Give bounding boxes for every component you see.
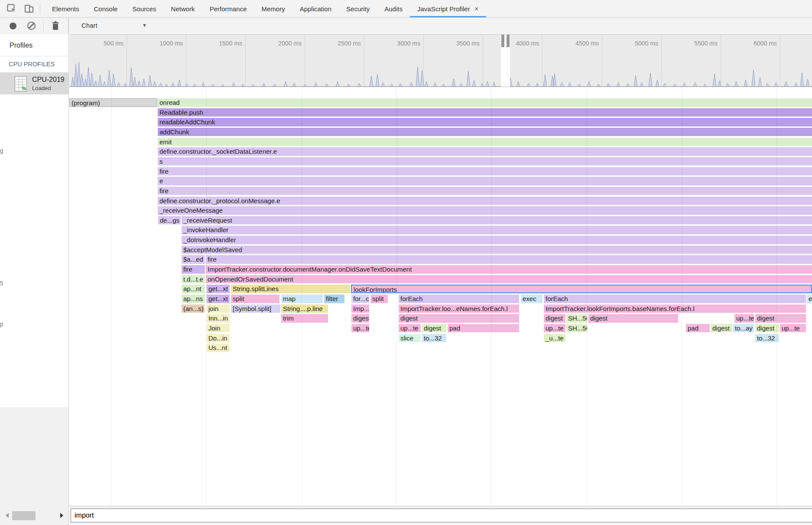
flame-bar[interactable]: up...te — [780, 324, 806, 333]
flame-bar[interactable]: ap...nt — [182, 285, 205, 293]
flame-bar[interactable]: addChunk — [158, 128, 812, 136]
flame-bar[interactable]: slice — [399, 334, 421, 343]
flame-bar[interactable]: pad — [686, 324, 710, 333]
scroll-left-arrow-icon[interactable] — [6, 513, 9, 518]
flame-bar[interactable]: Imp....l — [351, 305, 369, 313]
flame-bar[interactable]: split — [231, 295, 279, 303]
clear-all-icon[interactable] — [27, 22, 36, 30]
overview-selection-window[interactable] — [501, 35, 510, 87]
flame-bar[interactable]: fire — [158, 187, 812, 195]
flame-bar[interactable]: [Symbol.split] — [231, 305, 280, 313]
flame-bar[interactable]: SH...56 — [566, 314, 587, 323]
device-toolbar-icon[interactable] — [23, 3, 35, 14]
tab-network[interactable]: Network — [164, 0, 202, 17]
scroll-right-arrow-icon[interactable] — [60, 513, 63, 518]
flame-bar[interactable]: (an...s) — [182, 305, 205, 313]
selection-right-handle[interactable] — [507, 35, 510, 47]
flame-bar[interactable]: s — [158, 157, 812, 166]
filter-input[interactable] — [71, 509, 812, 522]
selection-left-handle[interactable] — [501, 35, 504, 47]
flame-bar[interactable]: digest — [399, 314, 519, 323]
flame-bar[interactable]: _receiveRequest — [182, 216, 812, 225]
flame-bar[interactable]: to...ay — [733, 324, 754, 333]
tab-application[interactable]: Application — [292, 0, 339, 17]
flame-bar[interactable]: ImportTracker.constructor.documentManage… — [206, 265, 812, 274]
flame-bar[interactable]: SH...56 — [566, 324, 587, 333]
tab-javascript-profiler[interactable]: JavaScript Profiler× — [410, 0, 486, 17]
flame-bar[interactable]: de...gs — [158, 216, 181, 225]
flame-bar[interactable]: digest — [351, 314, 369, 323]
view-mode-dropdown[interactable]: Chart ▼ — [74, 18, 173, 34]
flame-bar[interactable]: get...xt — [207, 295, 230, 303]
flame-bar[interactable]: define.constructor._socketDataListener.e — [158, 147, 812, 156]
flame-bar[interactable]: Readable.push — [158, 108, 812, 117]
flame-bar[interactable]: join — [207, 305, 230, 313]
flame-bar[interactable]: define.constructor._protocol.onMessage.e — [158, 197, 812, 205]
record-button[interactable] — [10, 23, 16, 29]
flame-bar[interactable]: ImportTracker.loo...eNames.forEach.l — [399, 305, 519, 313]
flame-bar[interactable]: up...te — [399, 324, 421, 333]
profile-item-cpu-2019[interactable]: % CPU-2019 Loaded — [0, 72, 68, 94]
flame-bar[interactable]: fire — [182, 265, 205, 274]
trash-icon[interactable] — [52, 21, 59, 31]
flame-bar[interactable]: digest — [544, 314, 565, 323]
flame-bar[interactable]: _invokeHandler — [182, 226, 812, 234]
tab-sources[interactable]: Sources — [125, 0, 164, 17]
flame-bar[interactable]: split — [370, 295, 388, 303]
flame-bar[interactable]: digest — [755, 324, 779, 333]
tab-elements[interactable]: Elements — [45, 0, 87, 17]
flame-bar[interactable]: _receiveOneMessage — [158, 206, 812, 215]
flame-bar[interactable]: pad — [448, 324, 519, 333]
flame-bar[interactable]: _doInvokeHandler — [182, 236, 812, 244]
flame-bar[interactable]: readableAddChunk — [158, 118, 812, 126]
flame-bar[interactable]: up...te — [734, 314, 754, 323]
flame-bar[interactable]: ImportTracker.lookForImports.baseNames.f… — [544, 305, 806, 313]
tab-console[interactable]: Console — [87, 0, 125, 17]
flame-bar[interactable]: _u...te — [544, 334, 565, 343]
flame-bar[interactable]: lookForImports — [351, 285, 812, 293]
tab-security[interactable]: Security — [339, 0, 377, 17]
flame-bar[interactable]: exec — [521, 295, 542, 303]
flame-bar[interactable]: Do...in — [207, 334, 230, 343]
flame-bar[interactable]: emit — [158, 138, 812, 146]
flame-bar[interactable]: Us...nt — [207, 344, 230, 352]
flame-bar[interactable]: up...te — [351, 324, 369, 333]
flame-bar[interactable]: Inn...in — [207, 314, 230, 323]
flame-bar[interactable]: $a...ed — [182, 255, 205, 264]
flame-bar[interactable]: forEach — [399, 295, 519, 303]
flame-chart[interactable]: (program)onreadReadable.pushreadableAddC… — [69, 87, 812, 506]
cpu-overview-timeline[interactable]: 500 ms1000 ms1500 ms2000 ms2500 ms3000 m… — [69, 35, 812, 87]
flame-bar[interactable]: filter — [324, 295, 344, 303]
scrollbar-thumb[interactable] — [12, 511, 36, 520]
flame-bar[interactable]: to...32 — [755, 334, 779, 343]
flame-bar[interactable]: to...32 — [422, 334, 446, 343]
flame-bar[interactable]: digest — [755, 314, 806, 323]
flame-bar[interactable]: forEach — [544, 295, 806, 303]
flame-bar[interactable]: String....p.line — [281, 305, 328, 313]
flame-bar[interactable]: (program) — [69, 98, 157, 107]
flame-bar[interactable]: digest — [711, 324, 732, 333]
flame-bar[interactable]: String.splitLines — [231, 285, 350, 293]
close-profiler-tab-icon[interactable]: × — [474, 5, 479, 13]
flame-bar[interactable]: fire — [158, 167, 812, 176]
flame-bar[interactable]: up...te — [544, 324, 565, 333]
flame-bar[interactable]: t.d...t.e — [182, 275, 205, 284]
flame-bar[interactable]: ap...ns — [182, 295, 205, 303]
flame-bar[interactable]: exec — [807, 295, 812, 303]
flame-bar[interactable]: map — [281, 295, 323, 303]
flame-bar[interactable]: Join — [207, 324, 230, 333]
inspect-element-icon[interactable] — [6, 3, 17, 14]
flame-bar[interactable]: onread — [158, 98, 812, 107]
flame-bar[interactable]: $acceptModelSaved — [182, 246, 812, 254]
flame-bar[interactable]: fire — [206, 255, 812, 264]
flame-bar[interactable]: for...ch — [351, 295, 369, 303]
flame-bar[interactable]: trim — [281, 314, 328, 323]
tab-performance[interactable]: Performance — [202, 0, 254, 17]
flame-bar[interactable]: get...xt — [207, 285, 230, 293]
flame-bar[interactable]: onOpenedOrSavedDocument — [206, 275, 812, 284]
tab-audits[interactable]: Audits — [377, 0, 410, 17]
flame-bar[interactable]: digest — [422, 324, 446, 333]
tab-memory[interactable]: Memory — [254, 0, 292, 17]
flame-bar[interactable]: digest — [588, 314, 678, 323]
flame-bar[interactable]: e — [158, 177, 812, 185]
